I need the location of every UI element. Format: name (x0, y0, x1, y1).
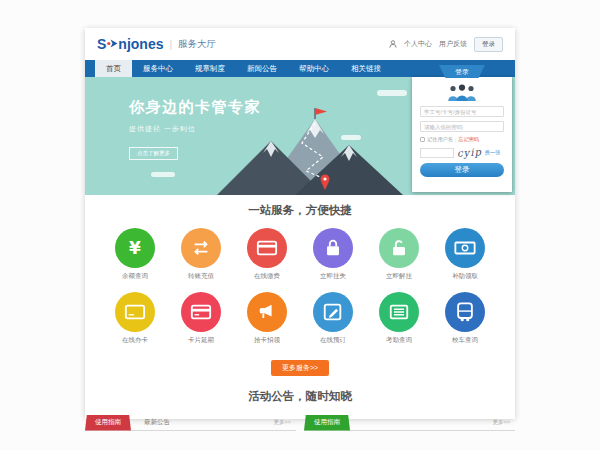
service-card-renewal[interactable]: 卡片延期 (178, 292, 224, 345)
nav-item-service-center[interactable]: 服务中心 (132, 60, 184, 77)
hero-text-block: 你身边的卡管专家 提供捷径 一步到位 点击了解更多 (129, 98, 261, 160)
services-row-2: 在线办卡 卡片延期 拾卡招领 (85, 292, 515, 345)
services-title: 一站服务，方便快捷 (85, 203, 515, 218)
unlock-icon[interactable] (379, 228, 419, 268)
new-card-icon[interactable] (115, 292, 155, 332)
service-new-card[interactable]: 在线办卡 (112, 292, 158, 345)
refresh-captcha-link[interactable]: 换一张 (485, 149, 501, 156)
latest-announcements-tab[interactable]: 最新公告 (144, 418, 170, 427)
attendance-list-icon[interactable] (379, 292, 419, 332)
service-balance[interactable]: ¥ 余额查询 (112, 228, 158, 281)
logo-arrow-icon (106, 36, 118, 52)
logo-text-rest: njones (118, 36, 163, 52)
remember-checkbox[interactable] (420, 137, 425, 142)
user-feedback-link[interactable]: 用户反馈 (439, 39, 467, 49)
nav-item-home[interactable]: 首页 (95, 60, 132, 77)
more-services-button[interactable]: 更多服务>> (271, 360, 329, 376)
login-panel: 登录 记住用户名 | 忘记密码 cyip 换一张 登 (412, 77, 512, 192)
announcement-panel-right: 使用指南 更多>> (304, 415, 515, 431)
service-subsidy[interactable]: 补助领取 (442, 228, 488, 281)
cloud-shape (377, 90, 407, 96)
announcements-title: 活动公告，随时知晓 (85, 389, 515, 404)
nav-item-links[interactable]: 相关链接 (340, 60, 392, 77)
users-icon (445, 84, 479, 101)
announcement-panels: 使用指南 最新公告 更多>> 使用指南 更多>> (85, 415, 515, 431)
person-icon (389, 40, 397, 49)
hero-title: 你身边的卡管专家 (129, 98, 261, 117)
bus-icon[interactable] (445, 292, 485, 332)
usage-guide-tab-green[interactable]: 使用指南 (304, 415, 350, 431)
more-link-right[interactable]: 更多>> (493, 419, 510, 426)
logo-text-first: S (97, 36, 106, 52)
hero-subtitle: 提供捷径 一步到位 (129, 124, 261, 134)
service-lost-found[interactable]: 拾卡招领 (244, 292, 290, 345)
top-header: S njones | 服务大厅 个人中心 用户反馈 登录 (85, 28, 515, 60)
password-input[interactable] (420, 121, 504, 132)
logo-divider: | (169, 39, 172, 50)
username-input[interactable] (420, 106, 504, 117)
announcement-panel-left: 使用指南 最新公告 更多>> (85, 415, 296, 431)
header-utility-links: 个人中心 用户反馈 登录 (389, 37, 503, 52)
screenshot-canvas: S njones | 服务大厅 个人中心 用户反馈 登录 首页 服务中心 规章制… (0, 0, 600, 450)
captcha-input[interactable] (420, 148, 454, 158)
transfer-arrows-icon[interactable] (181, 228, 221, 268)
service-report-loss[interactable]: 立即挂失 (310, 228, 356, 281)
nav-item-help-center[interactable]: 帮助中心 (288, 60, 340, 77)
captcha-row: cyip 换一张 (420, 147, 504, 158)
login-submit-button[interactable]: 登录 (420, 163, 504, 177)
portal-page: S njones | 服务大厅 个人中心 用户反馈 登录 首页 服务中心 规章制… (85, 28, 515, 419)
services-section: 一站服务，方便快捷 ¥ 余额查询 转账充值 在线缴费 (85, 195, 515, 376)
announcements-section: 活动公告，随时知晓 使用指南 最新公告 更多>> 使用指南 更多>> (85, 376, 515, 431)
banknote-icon[interactable] (445, 228, 485, 268)
services-row-1: ¥ 余额查询 转账充值 在线缴费 (85, 228, 515, 281)
edit-booking-icon[interactable] (313, 292, 353, 332)
nav-item-regulations[interactable]: 规章制度 (184, 60, 236, 77)
personal-center-link[interactable]: 个人中心 (404, 39, 432, 49)
hero-cta-button[interactable]: 点击了解更多 (129, 147, 178, 160)
usage-guide-tab-red[interactable]: 使用指南 (85, 415, 131, 431)
service-transfer[interactable]: 转账充值 (178, 228, 224, 281)
forgot-password-link[interactable]: 忘记密码 (458, 136, 479, 143)
more-link-left[interactable]: 更多>> (274, 419, 291, 426)
balance-yuan-icon[interactable]: ¥ (115, 228, 155, 268)
service-attendance[interactable]: 考勤查询 (376, 292, 422, 345)
captcha-image[interactable]: cyip (457, 146, 483, 159)
service-school-bus[interactable]: 校车查询 (442, 292, 488, 345)
nav-item-news[interactable]: 新闻公告 (236, 60, 288, 77)
cloud-shape (151, 172, 175, 177)
logo[interactable]: S njones (97, 36, 163, 52)
remember-label: 记住用户名 (427, 136, 453, 143)
service-payment[interactable]: 在线缴费 (244, 228, 290, 281)
lock-icon[interactable] (313, 228, 353, 268)
login-tab[interactable]: 登录 (439, 65, 485, 78)
panel-header-right: 使用指南 更多>> (304, 415, 515, 431)
card-renewal-icon[interactable] (181, 292, 221, 332)
remember-divider: | (455, 137, 456, 143)
panel-header-left: 使用指南 最新公告 更多>> (85, 415, 296, 431)
portal-name: 服务大厅 (178, 38, 216, 51)
service-online-booking[interactable]: 在线预订 (310, 292, 356, 345)
megaphone-icon[interactable] (247, 292, 287, 332)
service-cancel-loss[interactable]: 立即解挂 (376, 228, 422, 281)
remember-row: 记住用户名 | 忘记密码 (420, 136, 504, 143)
payment-card-icon[interactable] (247, 228, 287, 268)
header-login-button[interactable]: 登录 (474, 37, 503, 52)
